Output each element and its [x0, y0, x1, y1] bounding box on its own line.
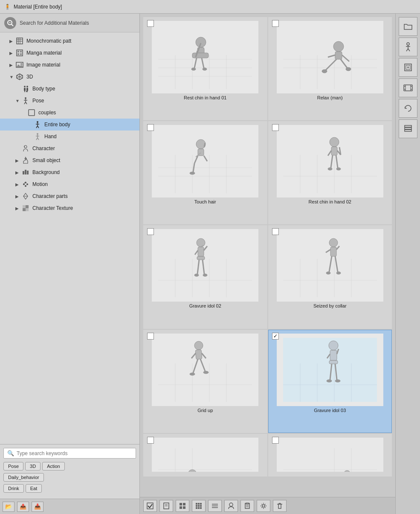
right-sidebar-btn-refresh[interactable] — [399, 99, 417, 118]
toolbar-btn-settings[interactable] — [257, 500, 270, 512]
tag-daily[interactable]: Daily_behavior — [3, 473, 44, 482]
arrow-chartexture: ▶ — [15, 206, 21, 211]
arrow-entirebody — [27, 122, 33, 127]
tree-item-entirebody[interactable]: Entire body — [0, 119, 139, 131]
svg-point-50 — [25, 185, 26, 187]
tree-item-hand[interactable]: Hand — [0, 131, 139, 142]
svg-rect-7 — [17, 51, 19, 52]
svg-rect-21 — [26, 88, 28, 91]
center-bottom-toolbar — [140, 497, 395, 514]
svg-rect-200 — [196, 507, 197, 509]
grid-item-grid-up[interactable]: Grid up — [143, 330, 267, 433]
toolbar-btn-grid-large[interactable] — [176, 500, 189, 512]
icon-manga — [15, 49, 24, 57]
tree-item-bodytype[interactable]: Body type — [0, 83, 139, 95]
tree-item-motion[interactable]: ▶ Motion — [0, 178, 139, 190]
svg-line-219 — [408, 49, 410, 51]
right-sidebar-btn-film[interactable] — [399, 78, 417, 97]
checkbox-extra1[interactable] — [147, 437, 154, 444]
toolbar-btn-grid-small[interactable] — [192, 500, 206, 512]
tree-item-monochromatic[interactable]: ▶ Monochromatic patt — [0, 35, 139, 47]
checkbox-grid-up[interactable] — [147, 333, 154, 340]
grid-item-rest-chin-1[interactable]: Rest chin in hand 01 — [143, 17, 267, 120]
label-grid-up: Grid up — [197, 408, 213, 413]
toolbar-btn-page[interactable] — [159, 500, 173, 512]
checkbox-touch-hair[interactable] — [147, 124, 154, 131]
keyword-search-bar[interactable]: 🔍 — [3, 448, 136, 459]
toolbar-btn-trash[interactable] — [273, 500, 287, 512]
preview-extra2 — [277, 438, 383, 472]
right-sidebar-btn-figure[interactable] — [399, 38, 417, 56]
tree-item-smallobj[interactable]: ▶ Small object — [0, 154, 139, 166]
toolbar-btn-clipboard[interactable] — [240, 500, 254, 512]
right-sidebar-btn-folder[interactable] — [399, 17, 417, 36]
svg-rect-168 — [330, 350, 337, 360]
grid-item-extra2[interactable] — [268, 434, 392, 476]
toolbar-btn-user[interactable] — [224, 500, 238, 512]
svg-point-159 — [190, 373, 195, 375]
bottom-search-section: 🔍 Pose 3D Action Daily_behavior Drink Ea… — [0, 444, 139, 499]
grid-item-relax-man[interactable]: Relax (man) — [268, 17, 392, 120]
grid-item-touch-hair[interactable]: Touch hair — [143, 121, 267, 224]
tree-label-character: Character — [32, 145, 55, 151]
right-sidebar-btn-layers[interactable] — [399, 58, 417, 77]
svg-rect-227 — [411, 89, 412, 90]
tag-3d[interactable]: 3D — [25, 462, 41, 470]
tree-item-manga[interactable]: ▶ Manga material — [0, 47, 139, 59]
keyword-search-input[interactable] — [17, 450, 132, 456]
tag-drink[interactable]: Drink — [3, 484, 24, 493]
search-bar-icon — [4, 17, 16, 29]
left-toolbar-btn-add[interactable]: 📥 — [32, 502, 43, 512]
checkbox-rest-chin-1[interactable] — [147, 20, 154, 27]
search-bar-label: Search for Additional Materials — [20, 20, 89, 26]
svg-rect-208 — [246, 503, 249, 504]
tree-label-3d: 3D — [26, 74, 33, 80]
tree-label-chartexture: Character Texture — [32, 205, 73, 211]
tree-item-3d[interactable]: ▼ 3D — [0, 71, 139, 83]
grid-item-extra1[interactable] — [143, 434, 267, 476]
arrow-background: ▶ — [15, 170, 21, 175]
grid-item-rest-chin-2[interactable]: Rest chin in hand 02 — [268, 121, 392, 224]
tree-label-monochromatic: Monochromatic patt — [26, 38, 71, 44]
tag-pose[interactable]: Pose — [3, 462, 23, 470]
grid-item-gravure-3[interactable]: ✓ — [268, 330, 392, 433]
right-sidebar-btn-stack[interactable] — [399, 119, 417, 138]
checkbox-rest-chin-2[interactable] — [272, 124, 279, 131]
icon-character — [21, 144, 30, 153]
title-bar: 🧍 Material [Entire body] — [0, 0, 420, 14]
checkbox-seized[interactable] — [272, 228, 279, 235]
svg-rect-45 — [25, 170, 26, 174]
left-toolbar-btn-export[interactable]: 📤 — [17, 502, 29, 512]
checkbox-relax-man[interactable] — [272, 20, 279, 27]
tree-item-character[interactable]: Character — [0, 142, 139, 154]
svg-marker-12 — [16, 64, 23, 67]
tags-row-1: Pose 3D Action — [3, 462, 136, 470]
label-seized: Seized by collar — [313, 303, 347, 308]
preview-extra1 — [152, 438, 258, 472]
right-sidebar — [395, 14, 420, 514]
label-rest-chin-2: Rest chin in hand 02 — [309, 199, 351, 204]
arrow-motion: ▶ — [15, 182, 21, 187]
tag-eat[interactable]: Eat — [26, 484, 42, 493]
tree-item-charparts[interactable]: ▶ Character parts — [0, 190, 139, 202]
left-toolbar-btn-folder[interactable]: 📂 — [3, 502, 14, 512]
tree-item-background[interactable]: ▶ Background — [0, 166, 139, 178]
svg-line-218 — [406, 49, 408, 51]
label-touch-hair: Touch hair — [194, 199, 216, 204]
icon-hand — [33, 132, 42, 141]
tree-item-image[interactable]: ▶ Image material — [0, 59, 139, 71]
checkbox-gravure-3[interactable]: ✓ — [272, 333, 279, 340]
svg-rect-176 — [158, 438, 252, 472]
tag-action[interactable]: Action — [42, 462, 65, 470]
grid-item-seized[interactable]: Seized by collar — [268, 225, 392, 328]
tree-item-couples[interactable]: couples — [0, 107, 139, 119]
grid-item-gravure-2[interactable]: Gravure idol 02 — [143, 225, 267, 328]
tree-item-chartexture[interactable]: ▶ Character Texture — [0, 202, 139, 214]
checkbox-gravure-2[interactable] — [147, 228, 154, 235]
tree-item-pose[interactable]: ▼ Pose — [0, 95, 139, 107]
toolbar-btn-checkmark[interactable] — [143, 500, 157, 512]
label-gravure-3: Gravure idol 03 — [314, 408, 346, 413]
svg-rect-230 — [405, 130, 411, 131]
checkbox-extra2[interactable] — [272, 437, 279, 444]
toolbar-btn-list[interactable] — [208, 500, 222, 512]
